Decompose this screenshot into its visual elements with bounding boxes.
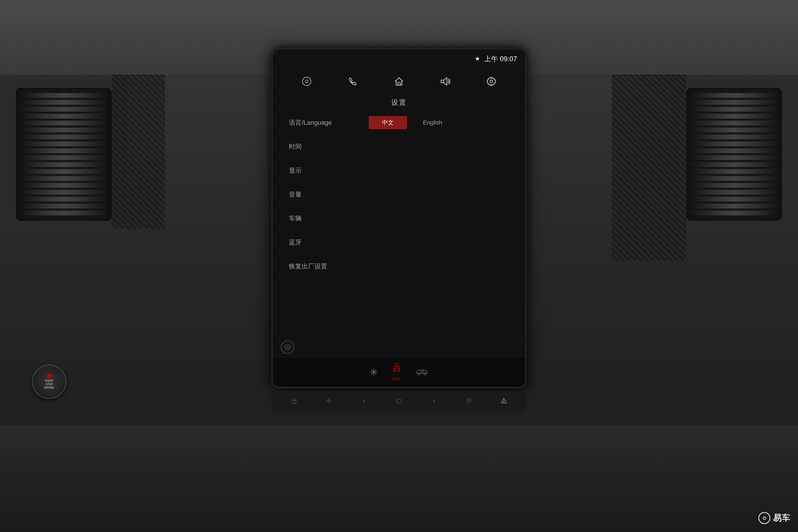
vent-slat: [19, 176, 109, 181]
close-button[interactable]: [281, 341, 294, 354]
phys-btn-1[interactable]: [326, 398, 332, 406]
vent-slat: [19, 162, 109, 167]
phys-btn-forward[interactable]: [431, 398, 437, 406]
vent-slat: [19, 169, 109, 174]
page-title: 设置: [391, 98, 407, 107]
vent-slat: [689, 100, 779, 105]
menu-item-factory-reset[interactable]: 恢复出厂设置: [273, 254, 525, 278]
vent-slat: [19, 128, 109, 132]
menu-item-volume[interactable]: 音量: [273, 183, 525, 206]
vent-right: [670, 75, 798, 234]
vent-slat: [689, 148, 779, 153]
svg-point-20: [504, 402, 504, 402]
seatbelt-icon: OFF: [391, 363, 402, 382]
menu-item-vehicle[interactable]: 车辆: [273, 206, 525, 230]
phys-btn-2[interactable]: [466, 398, 472, 406]
nav-audio-icon[interactable]: [436, 72, 455, 91]
svg-rect-17: [292, 401, 296, 403]
screen-content: ★ 上午 09:07: [273, 50, 525, 387]
language-zh-button[interactable]: 中文: [369, 116, 407, 129]
vent-slat: [19, 93, 109, 98]
vent-slat: [689, 135, 779, 139]
physical-buttons-row: [271, 391, 527, 412]
watermark-icon: ⊙: [758, 512, 770, 524]
infotainment-screen: ★ 上午 09:07: [271, 48, 527, 388]
car-icon: [415, 368, 429, 376]
svg-point-11: [395, 363, 398, 366]
vent-slat: [19, 121, 109, 126]
phys-btn-hazard[interactable]: [500, 398, 507, 406]
vent-slat: [689, 155, 779, 160]
svg-point-0: [302, 77, 311, 86]
menu-item-time-label: 时间: [289, 142, 302, 151]
vent-slat: [19, 135, 109, 139]
ac-icon[interactable]: [369, 368, 378, 376]
menu-item-volume-label: 音量: [289, 190, 302, 199]
vent-slat: [689, 121, 779, 126]
vent-slat: [19, 155, 109, 160]
phys-btn-lock[interactable]: [291, 398, 298, 406]
menu-item-display-label: 显示: [289, 166, 302, 175]
vent-slat: [689, 169, 779, 174]
start-stop-indicator: [48, 374, 51, 378]
nav-bar: [273, 68, 525, 95]
nav-media-icon[interactable]: [298, 72, 316, 91]
page-title-bar: 设置: [273, 95, 525, 111]
start-stop-button[interactable]: START STOP ENGINE: [32, 364, 66, 399]
vent-slat: [689, 197, 779, 202]
nav-home-icon[interactable]: [390, 72, 408, 91]
menu-item-bluetooth[interactable]: 蓝牙: [273, 230, 525, 254]
vent-slat: [689, 190, 779, 195]
menu-item-time[interactable]: 时间: [273, 135, 525, 158]
language-en-button[interactable]: English: [410, 116, 455, 129]
vent-slat: [689, 114, 779, 119]
svg-point-18: [328, 400, 330, 402]
status-time: 上午 09:07: [484, 54, 517, 63]
vent-slat: [689, 176, 779, 181]
vent-slat: [19, 204, 109, 209]
settings-content: 语言/Language 中文 English 时间 显示 音量 车辆 蓝牙: [273, 111, 525, 336]
svg-point-1: [305, 80, 308, 83]
phys-btn-power[interactable]: [396, 398, 402, 406]
vent-slat: [689, 183, 779, 188]
language-row: 语言/Language 中文 English: [273, 111, 525, 135]
vent-slat: [19, 114, 109, 119]
vent-slat: [19, 141, 109, 146]
nav-phone-icon[interactable]: [343, 72, 362, 91]
menu-item-factory-reset-label: 恢复出厂设置: [289, 262, 327, 270]
svg-point-4: [490, 80, 493, 83]
vent-slat: [689, 162, 779, 167]
carbon-panel-left: [112, 75, 165, 229]
vent-slat: [19, 183, 109, 188]
vent-slat: [19, 107, 109, 112]
vent-left: [0, 75, 128, 234]
svg-rect-16: [421, 371, 423, 373]
menu-item-display[interactable]: 显示: [273, 158, 525, 183]
bluetooth-icon: ★: [475, 55, 480, 62]
menu-item-vehicle-label: 车辆: [289, 214, 302, 223]
watermark-text: 易车: [773, 512, 790, 524]
vent-slat: [19, 211, 109, 215]
carbon-panel-right: [612, 75, 686, 261]
vent-slat: [689, 107, 779, 112]
vent-slat: [19, 190, 109, 195]
status-bar: ★ 上午 09:07: [273, 50, 525, 68]
vent-slat: [689, 211, 779, 215]
svg-rect-3: [441, 80, 444, 83]
svg-rect-2: [398, 82, 400, 85]
watermark: ⊙ 易车: [758, 512, 790, 524]
phys-btn-back[interactable]: [361, 398, 367, 406]
seatbelt-off-label: OFF: [392, 377, 401, 382]
vent-slat: [19, 148, 109, 153]
nav-settings-icon[interactable]: [482, 72, 500, 91]
bottom-close-area: [273, 336, 525, 358]
vent-slat: [689, 93, 779, 98]
start-stop-label: START STOP ENGINE: [44, 379, 54, 390]
vent-slats-right: [686, 88, 782, 221]
dashboard-bottom: [0, 425, 798, 532]
vent-slat: [689, 141, 779, 146]
vent-slat: [19, 197, 109, 202]
language-label: 语言/Language: [289, 118, 358, 127]
vent-slat: [19, 100, 109, 105]
language-options: 中文 English: [369, 116, 455, 129]
